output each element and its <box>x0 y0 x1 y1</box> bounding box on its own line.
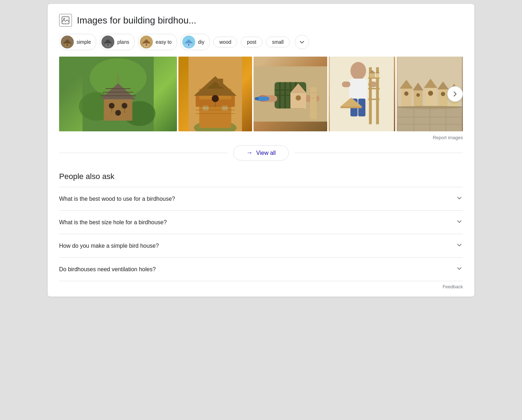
view-all-button[interactable]: → View all <box>233 145 289 161</box>
chip-post[interactable]: post <box>241 37 262 47</box>
svg-rect-82 <box>370 73 375 78</box>
svg-point-5 <box>67 44 68 46</box>
paa-item-4[interactable]: Do birdhouses need ventilation holes? <box>59 258 463 281</box>
svg-point-69 <box>350 62 366 80</box>
chip-post-label: post <box>247 39 256 45</box>
svg-point-43 <box>212 95 219 102</box>
svg-point-63 <box>296 95 301 101</box>
view-all-row: → View all <box>59 145 463 161</box>
gallery-image-2[interactable] <box>178 57 252 131</box>
page-title: Images for building birdhou... <box>77 15 196 26</box>
feedback-row: Feedback <box>59 281 463 289</box>
paa-title: People also ask <box>59 172 463 181</box>
svg-point-97 <box>428 91 433 96</box>
svg-point-104 <box>400 106 461 109</box>
chip-diy-label: diy <box>198 39 204 45</box>
chip-wood-label: wood <box>219 39 231 45</box>
svg-rect-64 <box>310 88 317 119</box>
paa-item-2[interactable]: What is the best size hole for a birdhou… <box>59 211 463 234</box>
chip-simple-label: simple <box>77 39 91 45</box>
chip-plans[interactable]: plans <box>100 34 134 50</box>
svg-rect-73 <box>342 82 350 87</box>
filter-chips-row: simple plans easy to diy wood post <box>59 34 463 50</box>
svg-point-100 <box>441 92 445 96</box>
chevron-down-icon-4 <box>456 265 463 274</box>
svg-point-27 <box>109 103 115 109</box>
expand-chips-button[interactable] <box>295 35 309 49</box>
paa-question-4: Do birdhouses need ventilation holes? <box>59 266 156 273</box>
chevron-down-icon-2 <box>456 218 463 227</box>
svg-point-94 <box>416 93 420 97</box>
image-gallery-row <box>59 57 463 131</box>
chip-thumb-diy <box>182 36 195 48</box>
svg-rect-95 <box>425 88 436 106</box>
chip-diy[interactable]: diy <box>181 34 210 50</box>
svg-point-9 <box>107 44 109 46</box>
feedback-link[interactable]: Feedback <box>443 284 463 289</box>
gallery-next-button[interactable] <box>447 86 463 102</box>
paa-question-2: What is the best size hole for a birdhou… <box>59 219 167 226</box>
gallery-image-4[interactable] <box>329 57 395 131</box>
svg-rect-92 <box>414 90 423 106</box>
chip-plans-label: plans <box>117 39 129 45</box>
svg-rect-40 <box>219 79 223 86</box>
svg-rect-89 <box>401 89 411 106</box>
image-section-icon <box>59 14 72 27</box>
svg-rect-60 <box>255 98 259 100</box>
svg-point-91 <box>404 91 408 96</box>
svg-point-1 <box>63 18 65 20</box>
paa-item-3[interactable]: How do you make a simple bird house? <box>59 234 463 258</box>
svg-point-17 <box>188 44 189 46</box>
chip-wood[interactable]: wood <box>213 37 237 47</box>
image-header: Images for building birdhou... <box>59 14 463 27</box>
divider-right <box>294 153 463 153</box>
paa-question-1: What is the best wood to use for a birdh… <box>59 196 175 202</box>
chevron-down-icon-3 <box>456 241 463 250</box>
svg-rect-84 <box>376 73 379 78</box>
svg-point-13 <box>146 44 147 46</box>
chip-small[interactable]: small <box>266 37 290 47</box>
arrow-right-icon: → <box>246 149 253 157</box>
paa-item-1[interactable]: What is the best wood to use for a birdh… <box>59 187 463 211</box>
divider-left <box>59 153 228 153</box>
chip-thumb-plans <box>101 36 114 48</box>
chip-simple[interactable]: simple <box>59 34 96 50</box>
people-also-ask-section: People also ask What is the best wood to… <box>59 172 463 281</box>
gallery-image-1[interactable] <box>59 57 177 131</box>
chevron-down-icon-1 <box>456 194 463 203</box>
report-images-row: Report images <box>59 135 463 140</box>
chip-thumb-simple <box>61 36 74 48</box>
svg-rect-70 <box>349 79 367 100</box>
search-results-card: Images for building birdhou... simple pl… <box>47 4 475 297</box>
chip-thumb-easy <box>140 36 153 48</box>
chip-easy[interactable]: easy to <box>138 34 177 50</box>
paa-list: What is the best wood to use for a birdh… <box>59 187 463 281</box>
gallery-image-3[interactable] <box>254 57 327 131</box>
svg-rect-75 <box>340 106 362 108</box>
report-images-link[interactable]: Report images <box>433 135 463 140</box>
chip-easy-label: easy to <box>156 39 172 45</box>
chip-small-label: small <box>272 39 284 45</box>
svg-point-29 <box>115 110 121 116</box>
view-all-label: View all <box>256 150 276 156</box>
paa-question-3: How do you make a simple bird house? <box>59 243 159 249</box>
svg-point-28 <box>122 103 127 109</box>
